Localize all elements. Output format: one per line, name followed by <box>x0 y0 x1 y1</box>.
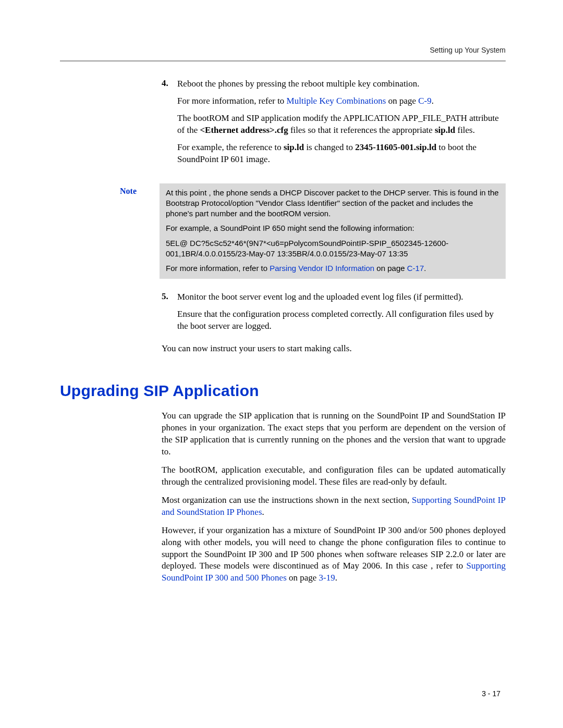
note-p3: 5EL@ DC?5cSc52*46*(9N7*<u6=pPolycomSound… <box>166 238 499 260</box>
note-p1: At this point , the phone sends a DHCP D… <box>166 188 499 219</box>
step-number: 5. <box>162 291 177 338</box>
note-label: Note <box>120 183 160 279</box>
link-multiple-key-combinations[interactable]: Multiple Key Combinations <box>287 96 386 106</box>
heading-upgrading-sip: Upgrading SIP Application <box>60 382 506 400</box>
step-4-moreinfo: For more information, refer to Multiple … <box>177 95 506 107</box>
text-fragment: . <box>424 264 426 273</box>
link-page-c17[interactable]: C-17 <box>407 264 424 273</box>
closing-text: You can now instruct your users to start… <box>162 343 506 355</box>
bold-sipld: sip.ld <box>435 125 455 135</box>
text-fragment: . <box>262 507 264 517</box>
upgrade-p4: However, if your organization has a mixt… <box>162 525 506 585</box>
step-4: 4. Reboot the phones by pressing the reb… <box>162 78 506 171</box>
note-p2: For example, a SoundPoint IP 650 might s… <box>166 223 499 233</box>
note-p4: For more information, refer to Parsing V… <box>166 263 499 274</box>
step-4-example: For example, the reference to sip.ld is … <box>177 142 506 166</box>
link-page-c9[interactable]: C-9 <box>418 96 432 106</box>
bold-sipld-filename: 2345-11605-001.sip.ld <box>355 142 436 152</box>
text-fragment: on page <box>386 96 418 106</box>
step-body: Monitor the boot server event log and th… <box>177 291 506 338</box>
text-fragment: For example, the reference to <box>177 142 284 152</box>
link-page-3-19[interactable]: 3-19 <box>319 573 335 583</box>
text-fragment: . <box>432 96 434 106</box>
text-fragment: on page <box>287 573 319 583</box>
main-content: 4. Reboot the phones by pressing the reb… <box>162 78 506 584</box>
note-block: Note At this point , the phone sends a D… <box>120 183 506 279</box>
text-fragment: Most organization can use the instructio… <box>162 495 412 505</box>
running-header: Setting up Your System <box>60 46 506 54</box>
text-fragment: is changed to <box>304 142 355 152</box>
text-fragment: files so that it references the appropri… <box>288 125 435 135</box>
upgrade-p2: The bootROM, application executable, and… <box>162 464 506 488</box>
page-number: 3 - 17 <box>482 689 500 698</box>
step-5-text: Monitor the boot server event log and th… <box>177 291 506 303</box>
note-body: At this point , the phone sends a DHCP D… <box>160 183 506 279</box>
step-4-bootrom: The bootROM and SIP application modify t… <box>177 113 506 137</box>
text-fragment: For more information, refer to <box>177 96 287 106</box>
step-4-text: Reboot the phones by pressing the reboot… <box>177 78 506 90</box>
text-fragment: For more information, refer to <box>166 264 270 273</box>
bold-ethernet-cfg: <Ethernet address>.cfg <box>200 125 288 135</box>
text-fragment: files. <box>455 125 475 135</box>
step-5-p2: Ensure that the configuration process co… <box>177 309 506 332</box>
text-fragment: . <box>335 573 337 583</box>
step-body: Reboot the phones by pressing the reboot… <box>177 78 506 171</box>
text-fragment: However, if your organization has a mixt… <box>162 525 506 571</box>
step-5: 5. Monitor the boot server event log and… <box>162 291 506 338</box>
bold-sipld-2: sip.ld <box>284 142 304 152</box>
link-parsing-vendor-id[interactable]: Parsing Vendor ID Information <box>270 264 374 273</box>
step-number: 4. <box>162 78 177 171</box>
header-rule <box>60 60 506 61</box>
text-fragment: on page <box>374 264 407 273</box>
upgrade-p3: Most organization can use the instructio… <box>162 495 506 519</box>
upgrade-p1: You can upgrade the SIP application that… <box>162 410 506 458</box>
